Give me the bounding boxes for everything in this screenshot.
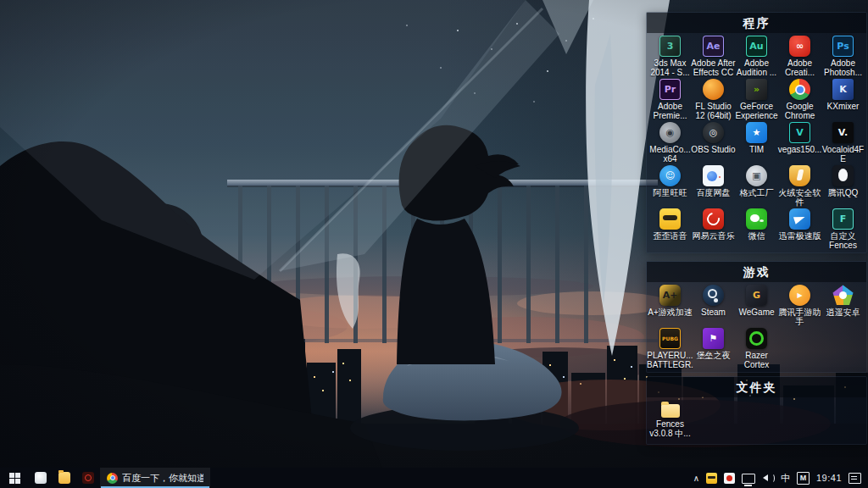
app-tim[interactable]: ★TIM: [736, 122, 778, 164]
app-huorong-security[interactable]: 火绒安全软件: [779, 165, 821, 207]
netease-music-icon: [703, 208, 724, 230]
taskbar-netease-tb-button[interactable]: [76, 468, 100, 488]
app-label: 3ds Max 2014 - S...: [647, 58, 694, 77]
chrome-icon: [789, 79, 810, 100]
app-premiere[interactable]: PrAdobe Premie...: [649, 79, 692, 120]
vocaloid-icon: V.: [832, 122, 854, 143]
app-label: 迅雷极速版: [776, 231, 824, 241]
app-label: Adobe Audition ...: [733, 58, 781, 77]
app-label: FL Studio 12 (64bit): [690, 102, 737, 120]
vegas-icon: V: [789, 122, 810, 143]
app-label: Fences v3.0.8 中...: [647, 419, 694, 438]
app-label: WeGame: [733, 308, 781, 317]
app-photoshop[interactable]: PsAdobe Photosh...: [822, 36, 865, 77]
steam-icon: [703, 285, 724, 306]
app-fortnite[interactable]: ⚑堡垒之夜: [693, 328, 735, 369]
start-button[interactable]: [0, 468, 29, 488]
app-label: Google Chrome: [776, 102, 824, 120]
taskbar-cortana-button[interactable]: [29, 468, 53, 488]
app-vocaloid[interactable]: V.Vocaloid4FE: [822, 122, 865, 164]
app-aliwangwang[interactable]: ☺阿里旺旺: [649, 165, 692, 207]
app-memu[interactable]: 逍遥安卓: [822, 285, 865, 326]
app-vegas[interactable]: Vvegas150...: [779, 122, 821, 164]
network-icon[interactable]: [742, 468, 755, 488]
app-after-effects[interactable]: AeAdobe After Effects CC ...: [693, 36, 735, 77]
fence-programs-grid: 33ds Max 2014 - S...AeAdobe After Effect…: [647, 33, 866, 250]
volume-icon[interactable]: [762, 468, 774, 488]
taskbar-pinned: [29, 468, 100, 488]
fence-games: 游戏 A+A+游戏加速SteamGWeGame▶腾讯手游助手逍遥安卓PUBGPL…: [646, 261, 867, 373]
fortnite-icon: ⚑: [703, 328, 724, 349]
app-yy-voice[interactable]: 歪歪语音: [649, 208, 692, 250]
app-folder[interactable]: Fences v3.0.8 中...: [649, 400, 692, 441]
fence-folders-title[interactable]: 文件夹: [647, 377, 866, 397]
app-netease-music[interactable]: 网易云音乐: [693, 208, 735, 250]
wechat-icon: [746, 208, 767, 230]
pubg-icon: PUBG: [659, 328, 681, 349]
app-fl-studio[interactable]: FL Studio 12 (64bit): [693, 79, 735, 120]
folder-icon: [661, 404, 680, 418]
app-razer-cortex[interactable]: Razer Cortex: [736, 328, 778, 369]
action-center-button[interactable]: [849, 468, 861, 488]
app-tencent-gamepad[interactable]: ▶腾讯手游助手: [779, 285, 821, 326]
3dsmax-icon: 3: [659, 36, 681, 57]
yy-tray-icon[interactable]: [706, 468, 717, 488]
app-pubg[interactable]: PUBGPLAYERU... BATTLEGR...: [649, 328, 692, 369]
app-thunder[interactable]: 迅雷极速版: [779, 208, 821, 250]
app-label: Adobe After Effects CC ...: [690, 58, 737, 77]
app-chrome[interactable]: Google Chrome: [779, 79, 821, 120]
app-label: Steam: [690, 308, 737, 317]
app-wegame[interactable]: GWeGame: [736, 285, 778, 326]
app-label: 阿里旺旺: [647, 188, 694, 197]
clock[interactable]: 19:41: [816, 468, 842, 488]
tencent-gamepad-icon: ▶: [789, 285, 810, 306]
app-label: 百度网盘: [690, 188, 737, 197]
netease-tb-icon: [82, 472, 94, 484]
fence-games-title[interactable]: 游戏: [647, 262, 866, 282]
tray-app-icon[interactable]: [724, 468, 735, 488]
yy-voice-icon: [659, 208, 681, 230]
fence-folders: 文件夹 Fences v3.0.8 中...: [646, 376, 867, 445]
app-aplus-accelerator[interactable]: A+A+游戏加速: [649, 285, 692, 326]
app-label: Razer Cortex: [733, 351, 781, 369]
app-label: Adobe Creati...: [776, 58, 824, 77]
app-label: MediaCo... x64: [647, 145, 694, 164]
taskbar: 百度一下，你就知道 ... ∧ 中 M 19:41: [0, 468, 868, 488]
razer-cortex-icon: [746, 328, 767, 349]
ime-language-indicator[interactable]: 中: [781, 468, 790, 488]
fence-games-grid: A+A+游戏加速SteamGWeGame▶腾讯手游助手逍遥安卓PUBGPLAYE…: [647, 282, 866, 369]
audition-icon: Au: [746, 36, 767, 57]
app-label: Vocaloid4FE: [820, 145, 867, 164]
fence-programs-title[interactable]: 程序: [647, 13, 866, 33]
app-obs[interactable]: ◎OBS Studio: [693, 122, 735, 164]
app-audition[interactable]: AuAdobe Audition ...: [736, 36, 778, 77]
tray-expand-button[interactable]: ∧: [693, 468, 699, 488]
app-label: 腾讯手游助手: [776, 308, 824, 326]
taskbar-task-baidu[interactable]: 百度一下，你就知道 ...: [100, 468, 210, 488]
photoshop-icon: Ps: [832, 36, 854, 57]
app-label: Adobe Premie...: [647, 102, 694, 120]
app-label: TIM: [733, 145, 781, 154]
after-effects-icon: Ae: [703, 36, 724, 57]
app-steam[interactable]: Steam: [693, 285, 735, 326]
huorong-security-icon: [789, 165, 810, 186]
windows-logo-icon: [9, 473, 20, 484]
app-fences-app[interactable]: F自定义Fences: [822, 208, 865, 250]
app-label: 火绒安全软件: [776, 188, 824, 207]
app-mediacoder[interactable]: ◉MediaCo... x64: [649, 122, 692, 164]
app-baidu-netdisk[interactable]: 百度网盘: [693, 165, 735, 207]
app-label: 网易云音乐: [690, 231, 737, 241]
app-label: Adobe Photosh...: [820, 58, 867, 77]
fence-programs: 程序 33ds Max 2014 - S...AeAdobe After Eff…: [646, 12, 867, 253]
app-qq[interactable]: 腾讯QQ: [822, 165, 865, 207]
app-geforce[interactable]: »GeForce Experience: [736, 79, 778, 120]
app-creative-cloud[interactable]: ∞Adobe Creati...: [779, 36, 821, 77]
taskbar-explorer-button[interactable]: [53, 468, 76, 488]
app-kxmixer[interactable]: KKXmixer: [822, 79, 865, 120]
app-label: A+游戏加速: [647, 308, 694, 317]
app-3dsmax[interactable]: 33ds Max 2014 - S...: [649, 36, 692, 77]
explorer-icon: [58, 472, 70, 484]
app-format-factory[interactable]: ▣格式工厂: [736, 165, 778, 207]
app-wechat[interactable]: 微信: [736, 208, 778, 250]
ime-mode-indicator[interactable]: M: [797, 468, 810, 488]
